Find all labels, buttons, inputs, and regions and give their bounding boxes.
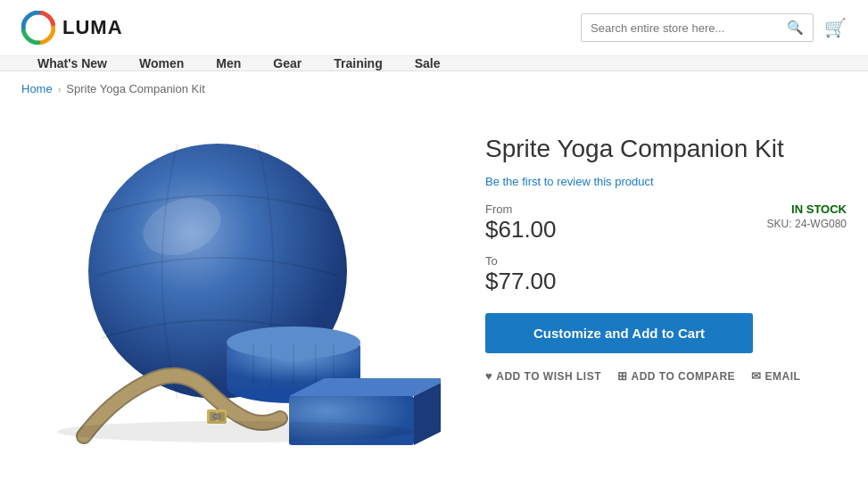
price-to-block: To $77.00 — [485, 254, 557, 295]
sku: SKU: 24-WG080 — [767, 218, 847, 230]
search-bar: 🔍 — [581, 13, 814, 42]
breadcrumb-home[interactable]: Home — [21, 82, 53, 95]
nav-item-men[interactable]: Men — [200, 44, 257, 83]
price-range: From $61.00 To $77.00 — [485, 202, 557, 295]
main-content: Sprite Yoga Companion Kit Be the first t… — [0, 106, 868, 479]
nav-item-gear[interactable]: Gear — [257, 44, 318, 83]
breadcrumb-separator: › — [58, 84, 62, 95]
product-image-column — [21, 124, 450, 445]
product-image-wrapper — [30, 124, 441, 445]
price-to-value: $77.00 — [485, 268, 557, 295]
logo-icon — [21, 11, 55, 45]
add-to-compare-link[interactable]: ⊞ ADD TO COMPARE — [617, 369, 735, 383]
price-from-value: $61.00 — [485, 216, 557, 244]
product-actions-row: ♥ ADD TO WISH LIST ⊞ ADD TO COMPARE ✉ EM… — [485, 369, 847, 383]
email-icon: ✉ — [751, 369, 762, 383]
product-image — [30, 124, 441, 445]
email-label: EMAIL — [765, 370, 801, 383]
add-to-wishlist-link[interactable]: ♥ ADD TO WISH LIST — [485, 369, 601, 383]
nav-item-women[interactable]: Women — [123, 44, 200, 83]
nav-item-sale[interactable]: Sale — [399, 44, 457, 83]
price-from-label: From — [485, 202, 557, 216]
nav-list: What's New Women Men Gear Training Sale — [21, 56, 847, 70]
svg-point-17 — [213, 414, 220, 419]
product-details-column: Sprite Yoga Companion Kit Be the first t… — [485, 124, 847, 445]
wishlist-icon: ♥ — [485, 369, 492, 383]
header-actions: 🔍 🛒 — [581, 13, 847, 42]
breadcrumb-current: Sprite Yoga Companion Kit — [66, 82, 204, 95]
sku-value: 24-WG080 — [795, 218, 847, 230]
nav-item-whats-new[interactable]: What's New — [21, 44, 123, 83]
price-section: From $61.00 To $77.00 IN STOCK SKU: 24-W… — [485, 202, 847, 295]
wishlist-label: ADD TO WISH LIST — [496, 370, 601, 383]
email-link[interactable]: ✉ EMAIL — [751, 369, 800, 383]
svg-point-18 — [57, 421, 414, 442]
logo-text: LUMA — [62, 16, 123, 39]
product-title: Sprite Yoga Companion Kit — [485, 133, 847, 165]
stock-status: IN STOCK — [767, 202, 847, 216]
compare-icon: ⊞ — [617, 369, 628, 383]
review-link[interactable]: Be the first to review this product — [485, 175, 654, 188]
compare-label: ADD TO COMPARE — [632, 370, 736, 383]
main-nav: What's New Women Men Gear Training Sale — [0, 56, 868, 71]
sku-label: SKU: — [767, 218, 792, 230]
customize-add-to-cart-button[interactable]: Customize and Add to Cart — [485, 313, 753, 353]
stock-info: IN STOCK SKU: 24-WG080 — [767, 202, 847, 230]
logo[interactable]: LUMA — [21, 11, 123, 45]
price-from-block: From $61.00 — [485, 202, 557, 244]
nav-item-training[interactable]: Training — [318, 44, 398, 83]
search-button[interactable]: 🔍 — [778, 14, 813, 41]
cart-button[interactable]: 🛒 — [824, 17, 847, 38]
search-input[interactable] — [582, 16, 778, 40]
price-to-label: To — [485, 254, 557, 268]
